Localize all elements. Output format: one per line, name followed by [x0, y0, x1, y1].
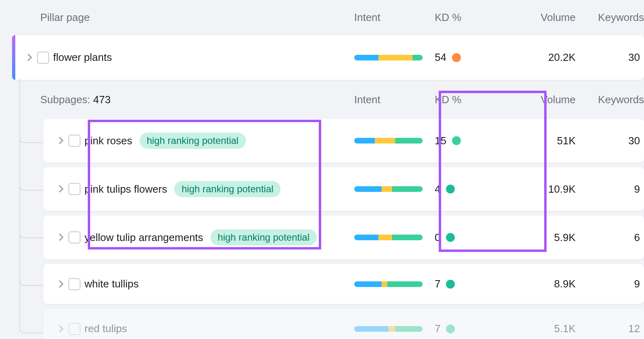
kd-dot-icon [446, 185, 455, 193]
volume-value: 20.2K [507, 51, 588, 64]
col-header-keywords[interactable]: Keywords [588, 11, 644, 24]
kd-dot-icon [452, 53, 461, 62]
col-header-volume[interactable]: Volume [507, 11, 588, 24]
subpage-name[interactable]: white tullips [85, 278, 138, 290]
kd-dot-icon [446, 280, 455, 289]
keywords-value: 30 [588, 135, 644, 147]
row-checkbox[interactable] [68, 323, 80, 335]
row-checkbox[interactable] [68, 231, 80, 243]
keywords-value: 6 [588, 231, 644, 244]
kd-value: 7 [435, 278, 440, 290]
col-header-pillar[interactable]: Pillar page [40, 11, 354, 24]
kd-dot-icon [446, 233, 455, 242]
chevron-right-icon [56, 233, 64, 241]
kd-dot-icon [452, 136, 461, 145]
keywords-value: 9 [588, 278, 644, 290]
row-checkbox[interactable] [68, 135, 80, 147]
subpage-name[interactable]: pink tulips flowers [85, 183, 167, 195]
subpages-header-row: Subpages: 473 Intent KD % Volume Keyword… [0, 85, 644, 114]
volume-value: 5.1K [507, 322, 588, 335]
subpages-count: 473 [93, 94, 111, 106]
subpage-row[interactable]: white tullips78.9K9 [43, 264, 644, 304]
intent-bar [354, 186, 435, 192]
col-header-kd[interactable]: KD % [435, 94, 507, 106]
keywords-value: 12 [588, 322, 644, 335]
subpages-label: Subpages: [40, 94, 93, 106]
chevron-right-icon [56, 137, 64, 145]
intent-bar [354, 138, 435, 144]
pillar-header-row: Pillar page Intent KD % Volume Keywords [0, 0, 644, 35]
ranking-potential-badge: high ranking potential [140, 133, 246, 149]
chevron-right-icon [56, 185, 64, 193]
expand-toggle[interactable] [43, 137, 68, 145]
col-header-kd[interactable]: KD % [435, 11, 507, 24]
kd-value: 7 [435, 322, 440, 335]
chevron-right-icon [56, 280, 64, 288]
expand-toggle[interactable] [12, 54, 37, 62]
subpage-row[interactable]: pink roseshigh ranking potential1551K30 [43, 119, 644, 162]
col-header-volume[interactable]: Volume [507, 94, 588, 106]
kd-value: 4 [435, 183, 440, 195]
keywords-value: 30 [588, 51, 644, 64]
intent-bar [354, 235, 435, 240]
col-header-intent[interactable]: Intent [354, 11, 435, 24]
tree-connector [19, 79, 43, 333]
volume-value: 51K [507, 135, 588, 147]
volume-value: 5.9K [507, 231, 588, 244]
keywords-value: 9 [588, 183, 644, 195]
ranking-potential-badge: high ranking potential [174, 181, 281, 197]
kd-value: 15 [435, 135, 446, 147]
col-header-keywords[interactable]: Keywords [588, 94, 644, 106]
keyword-table: Pillar page Intent KD % Volume Keywords … [0, 0, 644, 339]
subpage-row[interactable]: pink tulips flowershigh ranking potentia… [43, 167, 644, 211]
ranking-potential-badge: high ranking potential [211, 229, 317, 245]
pillar-row[interactable]: flower plants 54 20.2K 30 [12, 35, 644, 80]
subpage-row[interactable]: red tulips75.1K12 [43, 309, 644, 339]
subpage-name[interactable]: pink roses [85, 135, 132, 147]
pillar-name[interactable]: flower plants [53, 51, 354, 64]
kd-value: 0 [435, 231, 440, 244]
intent-bar [354, 326, 435, 332]
row-checkbox[interactable] [68, 183, 80, 195]
expand-toggle[interactable] [43, 325, 68, 333]
row-checkbox[interactable] [68, 278, 80, 290]
row-checkbox[interactable] [37, 52, 49, 64]
chevron-right-icon [56, 325, 64, 333]
intent-bar [354, 281, 435, 287]
expand-toggle[interactable] [43, 185, 68, 193]
kd-dot-icon [446, 324, 455, 333]
kd-value: 54 [435, 51, 446, 64]
chevron-right-icon [25, 54, 33, 62]
expand-toggle[interactable] [43, 233, 68, 241]
volume-value: 10.9K [507, 183, 588, 195]
subpage-row[interactable]: yellow tulip arrangementshigh ranking po… [43, 216, 644, 259]
subpages-list: pink roseshigh ranking potential1551K30p… [0, 119, 644, 339]
pillar-accent [12, 35, 15, 80]
expand-toggle[interactable] [43, 280, 68, 288]
intent-bar [354, 55, 435, 60]
col-header-intent[interactable]: Intent [354, 94, 435, 106]
volume-value: 8.9K [507, 278, 588, 290]
subpage-name[interactable]: red tulips [85, 322, 127, 335]
subpage-name[interactable]: yellow tulip arrangements [85, 231, 203, 244]
